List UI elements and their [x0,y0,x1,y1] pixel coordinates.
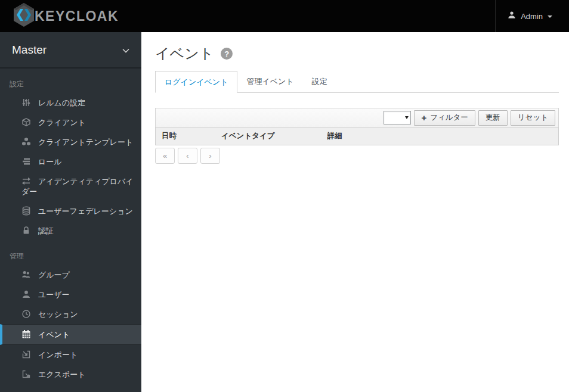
admin-user-menu[interactable]: Admin [495,0,569,32]
select-caret-icon [405,116,409,119]
events-table-header: 日時 イベントタイプ 詳細 [155,127,559,145]
sidebar-section-manage: 管理 [0,241,141,265]
help-icon[interactable]: ? [221,48,233,60]
tab-bar: ログインイベント 管理イベント 設定 [155,70,559,93]
filter-button[interactable]: + フィルター [414,110,475,126]
main-content: イベント ? ログインイベント 管理イベント 設定 + フィルター 更新 リセッ… [141,32,569,392]
sidebar-item-label: アイデンティティプロバイダー [21,177,134,196]
sidebar-item-label: クライアントテンプレート [38,138,133,147]
sidebar-item-label: ユーザー [38,290,70,299]
sidebar-section-configure: 設定 [0,69,141,93]
group-icon [21,270,31,279]
sidebar-item-events[interactable]: イベント [0,324,141,345]
prev-page-button[interactable]: ‹ [178,148,197,164]
chevron-down-icon [548,15,552,18]
column-header-event-type: イベントタイプ [215,127,321,145]
chevron-down-icon [122,45,129,55]
roles-icon [21,157,31,166]
sidebar-item-label: インポート [38,350,78,359]
exchange-arrows-icon [21,176,31,186]
sidebar-item-authentication[interactable]: 認証 [0,221,141,241]
sidebar-item-label: レルムの設定 [38,98,85,107]
admin-user-label: Admin [521,12,543,21]
sidebar-item-client-templates[interactable]: クライアントテンプレート [0,132,141,152]
sidebar-item-label: ユーザーフェデレーション [38,207,133,216]
sidebar-item-label: グループ [38,270,70,279]
sidebar-item-sessions[interactable]: セッション [0,304,141,324]
plus-icon: + [421,113,426,122]
sidebar-item-user-federation[interactable]: ユーザーフェデレーション [0,201,141,221]
sidebar-item-import[interactable]: インポート [0,345,141,365]
page-title: イベント [155,44,214,63]
sliders-icon [21,98,31,107]
sidebar-item-label: イベント [38,330,70,339]
cubes-icon [21,137,31,147]
next-page-button[interactable]: › [200,148,220,164]
filter-button-label: フィルター [430,113,468,123]
sidebar-item-clients[interactable]: クライアント [0,113,141,132]
sidebar-item-label: ロール [38,157,62,166]
keycloak-logo[interactable]: KEYCLOAK [0,2,119,30]
cube-icon [21,117,31,127]
sidebar-item-label: 認証 [38,226,54,235]
reset-button[interactable]: リセット [511,110,555,126]
sidebar-item-label: エクスポート [38,370,86,379]
clock-icon [21,309,31,319]
user-icon [21,290,31,299]
export-icon [21,369,31,379]
update-button-label: 更新 [485,113,500,123]
pagination: « ‹ › [155,148,559,164]
sidebar-item-identity-providers[interactable]: アイデンティティプロバイダー [0,172,141,201]
sidebar-item-label: セッション [38,310,78,319]
top-navbar: KEYCLOAK Admin [0,0,569,32]
realm-name: Master [12,43,47,57]
lock-icon [21,226,31,235]
realm-selector[interactable]: Master [0,32,141,69]
database-icon [21,206,31,216]
filter-select[interactable] [384,111,411,125]
tab-admin-events[interactable]: 管理イベント [237,71,302,93]
tab-config[interactable]: 設定 [303,71,336,93]
column-header-detail: 詳細 [321,127,558,145]
import-icon [21,350,31,359]
tab-login-events[interactable]: ログインイベント [155,71,237,93]
keycloak-hexagon-icon [12,2,36,30]
sidebar: Master 設定 レルムの設定 クライアント クライアントテンプレート [0,32,141,392]
sidebar-item-realm-settings[interactable]: レルムの設定 [0,93,141,113]
sidebar-item-roles[interactable]: ロール [0,152,141,172]
sidebar-item-export[interactable]: エクスポート [0,365,141,384]
brand-text: KEYCLOAK [35,8,119,24]
user-icon [508,11,516,21]
calendar-icon [21,329,31,339]
reset-button-label: リセット [518,113,548,123]
sidebar-item-users[interactable]: ユーザー [0,285,141,304]
column-header-datetime: 日時 [156,127,215,145]
update-button[interactable]: 更新 [478,110,508,126]
events-toolbar: + フィルター 更新 リセット [155,108,559,127]
sidebar-item-groups[interactable]: グループ [0,265,141,285]
sidebar-item-label: クライアント [38,118,86,127]
first-page-button[interactable]: « [155,148,175,164]
